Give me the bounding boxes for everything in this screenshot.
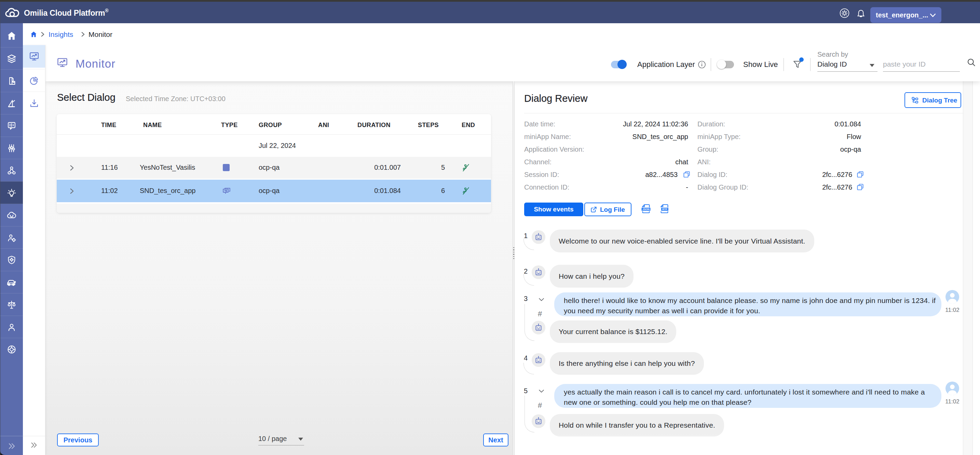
svg-text:RTF: RTF [662, 208, 667, 211]
svg-text:JSON: JSON [643, 208, 649, 211]
